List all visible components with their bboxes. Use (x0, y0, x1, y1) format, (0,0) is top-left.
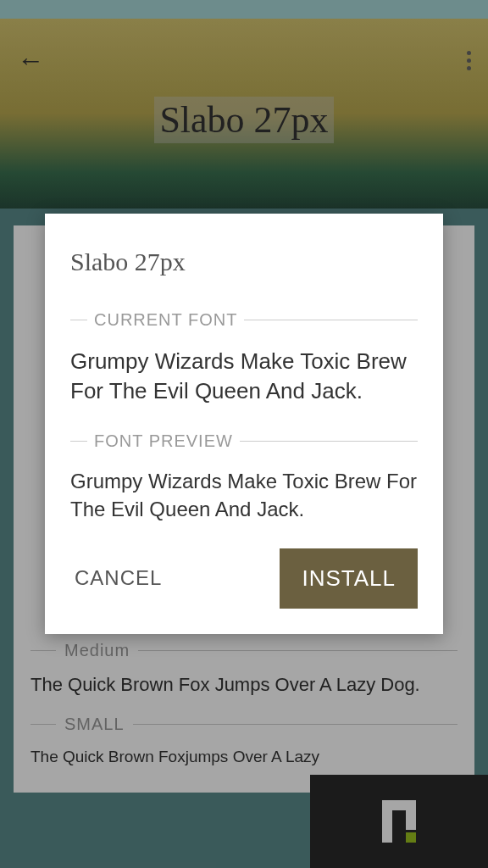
font-preview-section-label: FONT PREVIEW (70, 431, 418, 451)
install-button[interactable]: INSTALL (280, 548, 418, 609)
current-font-sample: Grumpy Wizards Make Toxic Brew For The E… (70, 347, 418, 406)
cancel-button[interactable]: CANCEL (70, 554, 166, 603)
install-font-dialog: Slabo 27px CURRENT FONT Grumpy Wizards M… (45, 214, 443, 634)
dialog-title: Slabo 27px (70, 248, 418, 276)
font-preview-sample: Grumpy Wizards Make Toxic Brew For The E… (70, 468, 418, 523)
current-font-section-label: CURRENT FONT (70, 310, 418, 330)
